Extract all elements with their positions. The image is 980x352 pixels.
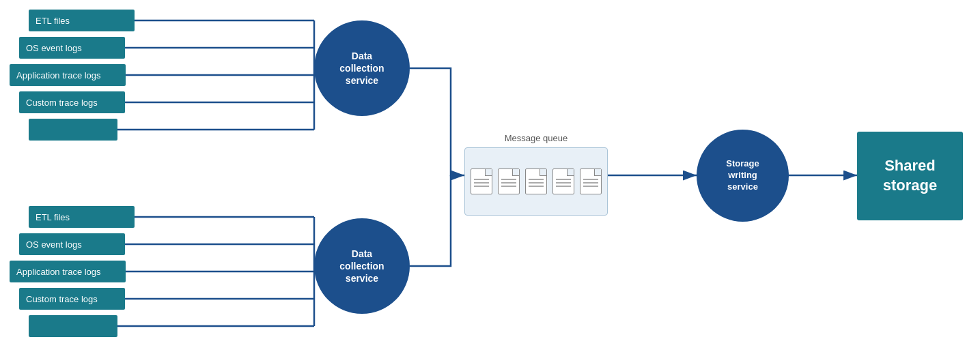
data-collection-bot-label: Datacollectionservice bbox=[339, 248, 384, 285]
bot-custom-box: Custom trace logs bbox=[19, 288, 125, 310]
shared-storage-label: Sharedstorage bbox=[883, 156, 937, 195]
top-extra-box bbox=[29, 119, 117, 141]
data-collection-circle-top: Datacollectionservice bbox=[314, 20, 410, 116]
top-os-box: OS event logs bbox=[19, 37, 125, 59]
doc-icon-3 bbox=[525, 168, 547, 194]
architecture-diagram: ETL files OS event logs Application trac… bbox=[0, 0, 980, 352]
data-collection-circle-bot: Datacollectionservice bbox=[314, 218, 410, 314]
message-queue-container: Message queue bbox=[464, 133, 608, 218]
top-etl-box: ETL files bbox=[29, 10, 135, 31]
bot-os-box: OS event logs bbox=[19, 233, 125, 255]
message-queue-label: Message queue bbox=[464, 133, 608, 143]
storage-writing-service-label: Storagewritingservice bbox=[726, 158, 759, 193]
bot-app-box: Application trace logs bbox=[10, 261, 126, 282]
data-collection-top-label: Datacollectionservice bbox=[339, 50, 384, 87]
shared-storage-box: Sharedstorage bbox=[857, 132, 963, 220]
storage-writing-service-circle: Storagewritingservice bbox=[697, 130, 789, 222]
top-custom-box: Custom trace logs bbox=[19, 91, 125, 113]
doc-icon-2 bbox=[498, 168, 520, 194]
message-queue-box bbox=[464, 147, 608, 216]
top-app-box: Application trace logs bbox=[10, 64, 126, 86]
doc-icon-4 bbox=[552, 168, 574, 194]
doc-icon-1 bbox=[471, 168, 492, 194]
doc-icon-5 bbox=[580, 168, 602, 194]
bot-etl-box: ETL files bbox=[29, 206, 135, 228]
bot-extra-box bbox=[29, 315, 117, 337]
